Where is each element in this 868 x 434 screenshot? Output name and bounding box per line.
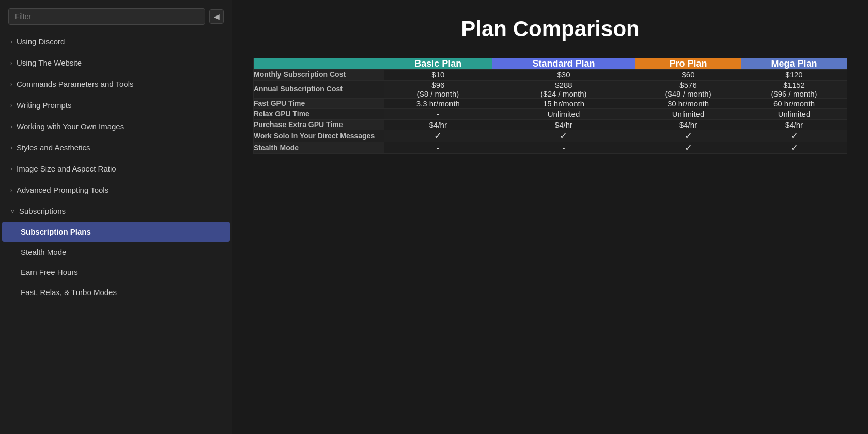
sidebar-item-writing-prompts[interactable]: ›Writing Prompts — [2, 95, 230, 116]
row-label: Relax GPU Time — [254, 109, 384, 120]
sidebar-item-label: Subscriptions — [19, 207, 66, 215]
table-header-mega: Mega Plan — [741, 58, 847, 70]
row-val-pro: $60 — [636, 70, 741, 81]
chevron-icon: › — [10, 102, 12, 109]
checkmark-icon: ✓ — [560, 131, 567, 141]
row-val-basic: $4/hr — [384, 119, 492, 130]
row-val-standard: Unlimited — [492, 109, 635, 120]
sidebar-item-label: Using Discord — [17, 37, 65, 46]
row-val-mega: 60 hr/month — [741, 98, 847, 109]
chevron-icon: › — [10, 165, 12, 173]
sidebar-item-commands-params[interactable]: ›Commands Parameters and Tools — [2, 73, 230, 95]
row-val-standard: ✓ — [492, 130, 635, 142]
table-header-pro: Pro Plan — [636, 58, 741, 70]
sidebar-subitem-earn-free-hours[interactable]: Earn Free Hours — [2, 262, 230, 282]
chevron-icon: › — [10, 144, 12, 151]
table-row: Stealth Mode--✓✓ — [254, 142, 847, 154]
row-val-basic: $10 — [384, 70, 492, 81]
plan-comparison-table: Basic Plan Standard Plan Pro Plan Mega P… — [253, 58, 847, 154]
row-val-mega: $120 — [741, 70, 847, 81]
sidebar-item-using-website[interactable]: ›Using The Website — [2, 52, 230, 73]
row-val-mega: ✓ — [741, 130, 847, 142]
table-row: Purchase Extra GPU Time$4/hr$4/hr$4/hr$4… — [254, 119, 847, 130]
sidebar-item-label: Writing Prompts — [17, 101, 71, 110]
row-val-basic: $96($8 / month) — [384, 80, 492, 98]
row-val-basic: 3.3 hr/month — [384, 98, 492, 109]
row-val-pro: $576($48 / month) — [636, 80, 741, 98]
chevron-icon: › — [10, 187, 12, 194]
table-header-basic: Basic Plan — [384, 58, 492, 70]
row-label: Annual Subscription Cost — [254, 80, 384, 98]
sidebar-item-subscriptions[interactable]: ∨Subscriptions — [2, 200, 230, 222]
row-val-standard: $4/hr — [492, 119, 635, 130]
row-val-pro: ✓ — [636, 142, 741, 154]
sidebar-item-label: Working with Your Own Images — [17, 122, 124, 131]
row-val-pro: $4/hr — [636, 119, 741, 130]
sidebar-item-styles-aesthetics[interactable]: ›Styles and Aesthetics — [2, 137, 230, 158]
table-header-feature — [254, 58, 384, 70]
filter-wrapper: ◀ — [0, 0, 232, 31]
row-label: Work Solo In Your Direct Messages — [254, 130, 384, 142]
row-val-standard: $30 — [492, 70, 635, 81]
row-label: Fast GPU Time — [254, 98, 384, 109]
table-header-row: Basic Plan Standard Plan Pro Plan Mega P… — [254, 58, 847, 70]
row-val-mega: $1152($96 / month) — [741, 80, 847, 98]
sidebar-item-advanced-prompting[interactable]: ›Advanced Prompting Tools — [2, 179, 230, 200]
chevron-icon: › — [10, 123, 12, 130]
sidebar-item-image-size[interactable]: ›Image Size and Aspect Ratio — [2, 158, 230, 179]
row-label: Stealth Mode — [254, 142, 384, 154]
table-header-standard: Standard Plan — [492, 58, 635, 70]
row-label: Monthly Subscription Cost — [254, 70, 384, 81]
collapse-sidebar-button[interactable]: ◀ — [209, 9, 224, 24]
chevron-icon: › — [10, 59, 12, 67]
checkmark-icon: ✓ — [685, 131, 692, 141]
table-row: Annual Subscription Cost$96($8 / month)$… — [254, 80, 847, 98]
table-row: Fast GPU Time3.3 hr/month15 hr/month30 h… — [254, 98, 847, 109]
row-val-basic: - — [384, 109, 492, 120]
sidebar-item-label: Advanced Prompting Tools — [17, 185, 109, 194]
row-val-mega: ✓ — [741, 142, 847, 154]
sidebar-item-label: Styles and Aesthetics — [17, 143, 90, 152]
sidebar-subitem-subscription-plans[interactable]: Subscription Plans — [2, 222, 230, 242]
sidebar-item-using-discord[interactable]: ›Using Discord — [2, 31, 230, 52]
table-row: Work Solo In Your Direct Messages✓✓✓✓ — [254, 130, 847, 142]
checkmark-icon: ✓ — [791, 131, 798, 141]
filter-input[interactable] — [8, 8, 205, 25]
chevron-left-icon: ◀ — [214, 12, 220, 21]
row-val-pro: ✓ — [636, 130, 741, 142]
checkmark-icon: ✓ — [791, 143, 798, 153]
page-title: Plan Comparison — [253, 17, 847, 41]
chevron-icon: ∨ — [10, 208, 15, 215]
chevron-icon: › — [10, 81, 12, 88]
checkmark-icon: ✓ — [685, 143, 692, 153]
row-label: Purchase Extra GPU Time — [254, 119, 384, 130]
sidebar-item-label: Commands Parameters and Tools — [17, 80, 134, 88]
chevron-icon: › — [10, 38, 12, 45]
row-val-standard: - — [492, 142, 635, 154]
checkmark-icon: ✓ — [434, 131, 442, 141]
sidebar-subitem-fast-relax-turbo[interactable]: Fast, Relax, & Turbo Modes — [2, 282, 230, 302]
sidebar: ◀ ›Using Discord›Using The Website›Comma… — [0, 0, 233, 434]
table-row: Relax GPU Time-UnlimitedUnlimitedUnlimit… — [254, 109, 847, 120]
row-val-mega: Unlimited — [741, 109, 847, 120]
sidebar-item-working-images[interactable]: ›Working with Your Own Images — [2, 116, 230, 137]
row-val-basic: - — [384, 142, 492, 154]
main-content: Plan Comparison Basic Plan Standard Plan… — [233, 0, 868, 434]
row-val-standard: 15 hr/month — [492, 98, 635, 109]
row-val-pro: 30 hr/month — [636, 98, 741, 109]
nav-list: ›Using Discord›Using The Website›Command… — [0, 31, 232, 302]
sidebar-item-label: Using The Website — [17, 58, 82, 67]
sidebar-item-label: Image Size and Aspect Ratio — [17, 164, 116, 173]
table-row: Monthly Subscription Cost$10$30$60$120 — [254, 70, 847, 81]
sidebar-subitem-stealth-mode[interactable]: Stealth Mode — [2, 242, 230, 262]
row-val-pro: Unlimited — [636, 109, 741, 120]
table-body: Monthly Subscription Cost$10$30$60$120An… — [254, 70, 847, 154]
row-val-basic: ✓ — [384, 130, 492, 142]
row-val-standard: $288($24 / month) — [492, 80, 635, 98]
row-val-mega: $4/hr — [741, 119, 847, 130]
